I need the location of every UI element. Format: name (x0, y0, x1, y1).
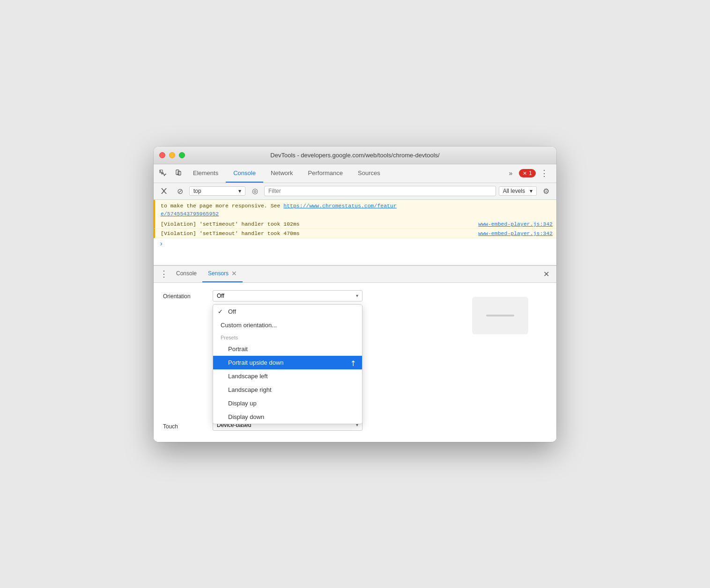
tab-performance[interactable]: Performance (301, 164, 350, 183)
tab-elements[interactable]: Elements (185, 164, 226, 183)
dropdown-item-portrait-upside-down[interactable]: Portrait upside down ↖ (213, 356, 362, 369)
window-title: DevTools - developers.google.com/web/too… (270, 152, 439, 159)
violation-link-1[interactable]: www-embed-player.js:342 (478, 221, 553, 227)
sensors-panel: Orientation Off ▾ Off Custom orientation… (154, 283, 556, 442)
bottom-tab-bar: ⋮ Console Sensors ✕ ✕ (154, 266, 556, 283)
close-button[interactable] (159, 152, 165, 158)
title-bar: DevTools - developers.google.com/web/too… (154, 147, 556, 164)
tabs-right-actions: » ✕ 1 ⋮ (504, 167, 555, 180)
close-bottom-panel[interactable]: ✕ (540, 267, 553, 280)
violation-row-1: [Violation] 'setTimeout' handler took 10… (154, 220, 556, 229)
orientation-dropdown-container: Off ▾ Off Custom orientation... Presets (213, 290, 362, 301)
block-button[interactable]: ⊘ (173, 184, 186, 198)
device-icon-btn[interactable] (170, 166, 185, 181)
tab-sources[interactable]: Sources (350, 164, 388, 183)
bottom-tab-menu[interactable]: ⋮ (157, 267, 170, 280)
inspect-icon-btn[interactable] (155, 166, 170, 181)
traffic-lights (159, 152, 185, 158)
eye-button[interactable]: ◎ (248, 184, 261, 198)
orientation-dropdown-menu: Off Custom orientation... Presets Portra… (213, 304, 362, 424)
settings-button[interactable]: ⚙ (540, 184, 553, 198)
presets-header: Presets (213, 332, 362, 342)
warning-text-part1: to make the page more responsive. See (161, 203, 283, 209)
sensor-visual-inner (486, 315, 514, 316)
main-tabs: Elements Console Network Performance Sou… (185, 164, 504, 183)
devtools-tab-bar: Elements Console Network Performance Sou… (154, 164, 556, 183)
minimize-button[interactable] (169, 152, 175, 158)
bottom-panel: ⋮ Console Sensors ✕ ✕ Orientation Off ▾ (154, 265, 556, 442)
dropdown-item-landscape-left[interactable]: Landscape left (213, 369, 362, 383)
warning-link-cont[interactable]: e/5745543795965952 (161, 211, 219, 217)
context-chevron: ▾ (238, 188, 241, 194)
orientation-selected-value: Off (217, 293, 224, 299)
bottom-tab-console[interactable]: Console (170, 266, 202, 282)
console-toolbar: ⊘ top ▾ ◎ All levels ▾ ⚙ (154, 183, 556, 200)
violation-text-2: [Violation] 'setTimeout' handler took 47… (161, 230, 300, 236)
svg-marker-4 (161, 188, 167, 194)
dropdown-item-off[interactable]: Off (213, 305, 362, 318)
dropdown-item-display-down[interactable]: Display down (213, 410, 362, 424)
error-icon: ✕ (523, 170, 527, 176)
tab-console[interactable]: Console (226, 164, 263, 183)
console-prompt-arrow: › (159, 240, 163, 248)
more-tabs-button[interactable]: » (504, 167, 517, 180)
violation-text-1: [Violation] 'setTimeout' handler took 10… (161, 221, 300, 227)
violation-row-2: [Violation] 'setTimeout' handler took 47… (154, 229, 556, 238)
console-warning-line: to make the page more responsive. See ht… (154, 200, 556, 220)
dropdown-item-custom[interactable]: Custom orientation... (213, 318, 362, 332)
orientation-label: Orientation (163, 290, 205, 300)
orientation-chevron: ▾ (356, 293, 358, 298)
devtools-menu-button[interactable]: ⋮ (538, 167, 551, 180)
tab-network[interactable]: Network (263, 164, 301, 183)
dropdown-item-landscape-right[interactable]: Landscape right (213, 383, 362, 397)
dropdown-item-display-up[interactable]: Display up (213, 397, 362, 410)
console-prompt-line: › (154, 238, 556, 250)
error-badge[interactable]: ✕ 1 (519, 169, 536, 177)
context-value: top (193, 188, 201, 194)
warning-link[interactable]: https://www.chromestatus.com/featur (283, 203, 397, 209)
sensor-visual (472, 297, 528, 334)
clear-console-button[interactable] (157, 184, 170, 198)
violation-link-2[interactable]: www-embed-player.js:342 (478, 230, 553, 236)
filter-input[interactable] (264, 186, 496, 196)
level-chevron: ▾ (530, 188, 532, 194)
touch-label: Touch (163, 420, 205, 430)
dropdown-item-portrait[interactable]: Portrait (213, 342, 362, 356)
cursor-icon: ↖ (348, 358, 359, 368)
console-output: to make the page more responsive. See ht… (154, 200, 556, 265)
bottom-tab-sensors[interactable]: Sensors ✕ (202, 266, 243, 282)
devtools-window: DevTools - developers.google.com/web/too… (154, 147, 556, 442)
context-selector[interactable]: top ▾ (189, 186, 245, 196)
maximize-button[interactable] (179, 152, 185, 158)
orientation-select[interactable]: Off ▾ (213, 290, 362, 301)
level-value: All levels (503, 188, 525, 194)
level-selector[interactable]: All levels ▾ (499, 186, 537, 196)
error-count: 1 (529, 170, 532, 176)
tab-close-sensors[interactable]: ✕ (231, 270, 237, 277)
orientation-row: Orientation Off ▾ Off Custom orientation… (163, 290, 547, 301)
